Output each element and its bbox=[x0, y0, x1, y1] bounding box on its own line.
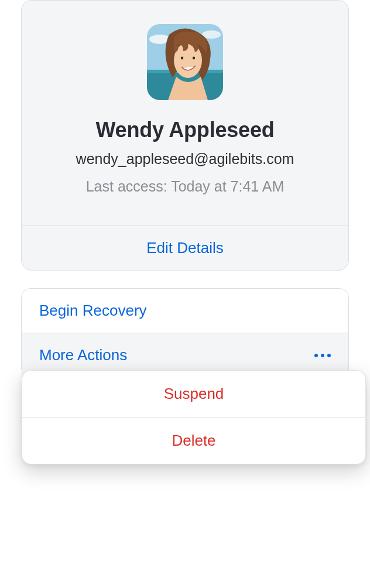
profile-name: Wendy Appleseed bbox=[33, 118, 337, 142]
svg-point-7 bbox=[193, 56, 195, 59]
avatar bbox=[147, 24, 223, 100]
svg-point-6 bbox=[181, 56, 183, 59]
profile-card: Wendy Appleseed wendy_appleseed@agilebit… bbox=[21, 0, 349, 271]
suspend-button[interactable]: Suspend bbox=[22, 371, 365, 417]
more-actions-popover: Suspend Delete bbox=[22, 370, 366, 464]
edit-details-button[interactable]: Edit Details bbox=[22, 226, 348, 270]
more-actions-label: More Actions bbox=[39, 346, 127, 364]
actions-card: Begin Recovery More Actions Suspend Dele… bbox=[21, 288, 349, 378]
delete-button[interactable]: Delete bbox=[22, 418, 365, 464]
begin-recovery-button[interactable]: Begin Recovery bbox=[22, 289, 348, 333]
profile-last-access: Last access: Today at 7:41 AM bbox=[33, 178, 337, 195]
profile-email: wendy_appleseed@agilebits.com bbox=[33, 151, 337, 167]
profile-summary: Wendy Appleseed wendy_appleseed@agilebit… bbox=[22, 1, 348, 225]
ellipsis-icon bbox=[314, 354, 331, 357]
